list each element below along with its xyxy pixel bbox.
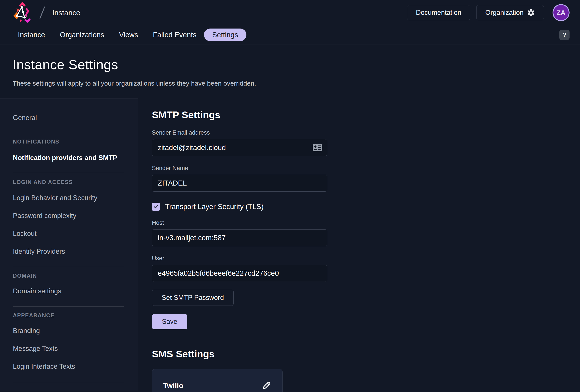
sender-name-input[interactable] [152,175,327,192]
page-head: Instance Settings These settings will ap… [0,57,580,88]
save-button[interactable]: Save [152,314,187,329]
sidebar-group-notifications: NOTIFICATIONS [0,138,138,145]
user-label: User [152,255,327,262]
tls-checkbox-row[interactable]: Transport Layer Security (TLS) [152,203,327,211]
host-label: Host [152,220,327,226]
host-input[interactable] [152,229,327,246]
sidebar-divider [13,173,124,173]
sidebar-item-lockout[interactable]: Lockout [0,230,138,238]
sidebar-group-domain: DOMAIN [0,273,138,279]
set-smtp-password-button[interactable]: Set SMTP Password [152,290,234,306]
smtp-form: Sender Email address Sender Name [152,129,327,329]
sidebar-item-login-interface-texts[interactable]: Login Interface Texts [0,363,138,371]
avatar[interactable]: ZA [553,4,570,21]
tab-failed-events[interactable]: Failed Events [145,28,204,41]
smtp-settings-title: SMTP Settings [152,109,580,121]
top-bar: Instance Documentation Organization ZA [0,0,580,25]
sidebar-group-login-and-access: LOGIN AND ACCESS [0,179,138,185]
sidebar-item-password-complexity[interactable]: Password complexity [0,212,138,220]
provider-name: Twilio [163,381,183,390]
tab-bar: Instance Organizations Views Failed Even… [0,25,580,44]
sidebar-divider [13,267,124,267]
sidebar-group-appearance: APPEARANCE [0,312,138,319]
breadcrumb-slash-icon [39,6,45,19]
sms-provider-card-twilio[interactable]: Twilio [152,369,283,392]
organization-button[interactable]: Organization [476,5,544,20]
edit-pencil-icon[interactable] [261,381,272,391]
tab-views[interactable]: Views [112,28,145,41]
tls-checkbox[interactable] [152,203,160,211]
page-title: Instance Settings [13,57,567,73]
contact-card-icon [312,143,322,152]
sidebar-item-message-texts[interactable]: Message Texts [0,345,138,353]
avatar-initials: ZA [557,9,566,16]
sms-settings-title: SMS Settings [152,348,580,360]
documentation-button[interactable]: Documentation [407,5,470,20]
sidebar-item-identity-providers[interactable]: Identity Providers [0,248,138,256]
main-panel: SMTP Settings Sender Email address Sende… [138,98,580,391]
breadcrumb[interactable]: Instance [52,8,80,17]
sidebar-item-notification-providers-smtp[interactable]: Notification providers and SMTP [0,154,138,162]
content: General NOTIFICATIONS Notification provi… [0,98,580,391]
checkmark-icon [153,204,159,210]
user-input[interactable] [152,265,327,282]
tab-settings[interactable]: Settings [204,28,246,41]
zitadel-logo-icon[interactable] [10,2,33,23]
sender-email-label: Sender Email address [152,129,327,136]
sidebar-item-branding[interactable]: Branding [0,327,138,335]
sidebar-divider [13,134,124,134]
sender-name-label: Sender Name [152,165,327,172]
sidebar-item-general[interactable]: General [0,114,138,122]
sidebar-item-domain-settings[interactable]: Domain settings [0,287,138,295]
help-button[interactable]: ? [559,30,570,40]
tab-organizations[interactable]: Organizations [52,28,112,41]
sidebar-item-login-behavior[interactable]: Login Behavior and Security [0,194,138,202]
tls-label: Transport Layer Security (TLS) [165,203,264,211]
gear-icon [527,9,535,16]
organization-label: Organization [485,9,524,16]
sidebar-divider [13,383,124,383]
documentation-label: Documentation [416,9,461,16]
page-subtitle: These settings will apply to all your or… [13,79,567,88]
tab-instance[interactable]: Instance [10,28,52,41]
sidebar-divider [13,306,124,307]
sender-email-input[interactable] [152,139,327,156]
settings-sidenav: General NOTIFICATIONS Notification provi… [0,98,138,391]
